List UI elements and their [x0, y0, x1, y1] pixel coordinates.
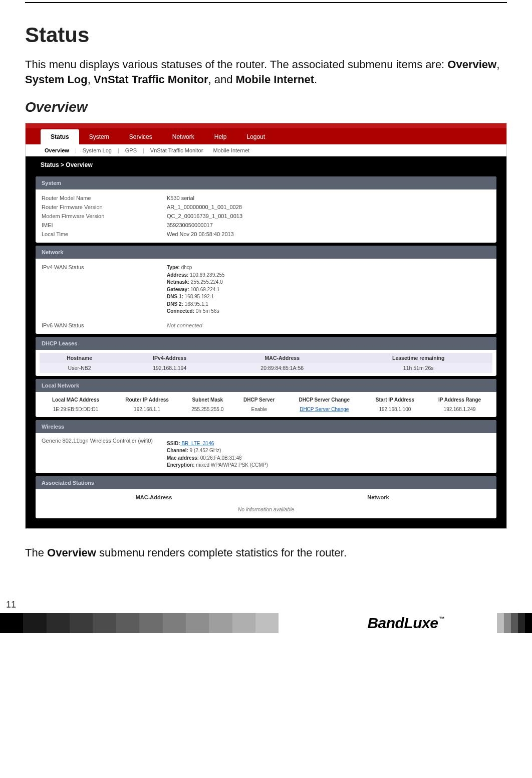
ssid-l: SSID: — [167, 441, 180, 446]
trademark-icon: ™ — [439, 616, 444, 622]
wmac-l: Mac address: — [167, 455, 199, 461]
dns2-v: 168.95.1.1 — [183, 301, 208, 307]
th-start-ip: Start IP Address — [364, 395, 426, 405]
intro-s4: . — [314, 73, 317, 86]
sub-nav: Overview| System Log| GPS| VnStat Traffi… — [26, 144, 506, 156]
local-network-table: Local MAC Address Router IP Address Subn… — [39, 395, 493, 414]
addr-v: 100.69.239.255 — [188, 272, 224, 278]
table-row: User-NB2 192.168.1.194 20:89:84:85:1A:56… — [40, 363, 492, 373]
type-v: dhcp — [180, 265, 192, 270]
intro-b1: Overview — [447, 58, 496, 71]
dns1-l: DNS 1: — [167, 294, 183, 299]
td-router-ip: 192.168.1.1 — [113, 405, 181, 414]
assoc-empty-text: No information available — [42, 503, 490, 518]
wmac-v: 00:26:FA:0B:31:46 — [199, 455, 242, 461]
panel-local-header: Local Network — [36, 379, 496, 392]
imei-label: IMEI — [42, 222, 167, 228]
page-title: Status — [25, 23, 507, 47]
th-router-ip: Router IP Address — [113, 395, 181, 405]
subnav-gps[interactable]: GPS — [121, 147, 141, 153]
panel-associated-stations: Associated Stations MAC-Address Network … — [36, 476, 496, 518]
dhcp-server-change-link[interactable]: DHCP Server Change — [285, 405, 364, 414]
local-time-label: Local Time — [42, 231, 167, 237]
brand-logo: BandLuxe™ — [367, 615, 443, 632]
tab-services[interactable]: Services — [119, 129, 162, 144]
th-local-mac: Local MAC Address — [39, 395, 113, 405]
tab-help[interactable]: Help — [204, 129, 237, 144]
enc-l: Encryption: — [167, 462, 195, 468]
th-mac: MAC-Address — [220, 353, 344, 363]
ipv6-wan-label: IPv6 WAN Status — [42, 322, 167, 328]
after-pre: The — [25, 546, 47, 559]
panel-network: Network IPv4 WAN Status Type: dhcp Addre… — [36, 246, 496, 334]
brand-stripes — [497, 613, 532, 633]
modem-fw-value: QC_2_00016739_1_001_0013 — [167, 213, 242, 219]
fw-version-label: Router Firmware Version — [42, 204, 167, 210]
tab-status[interactable]: Status — [41, 129, 79, 144]
sep: | — [75, 147, 77, 153]
th-assoc-mac: MAC-Address — [42, 494, 266, 500]
intro-b4: Mobile Internet — [236, 73, 314, 86]
model-name-label: Router Model Name — [42, 195, 167, 201]
subnav-system-log[interactable]: System Log — [79, 147, 116, 153]
tab-network[interactable]: Network — [162, 129, 204, 144]
th-ipv4: IPv4-Address — [119, 353, 220, 363]
panel-system: System Router Model NameK530 serial Rout… — [36, 176, 496, 243]
mask-l: Netmask: — [167, 279, 189, 285]
panel-wireless-header: Wireless — [36, 420, 496, 433]
th-lease: Leasetime remaining — [344, 353, 492, 363]
ipv6-wan-value: Not connected — [167, 322, 202, 328]
imei-value: 359230050000017 — [167, 222, 213, 228]
table-header-row: Local MAC Address Router IP Address Subn… — [39, 395, 493, 405]
ssid-link[interactable]: BR_LTE_3146 — [180, 441, 214, 446]
brand-area: BandLuxe™ — [279, 613, 532, 633]
after-b: Overview — [47, 546, 96, 559]
td-local-mac: 1E:29:EB:5D:DD:D1 — [39, 405, 113, 414]
brand-text: BandLuxe — [367, 615, 438, 631]
intro-s1: , — [496, 58, 499, 71]
tab-logout[interactable]: Logout — [236, 129, 275, 144]
wireless-controller-label: Generic 802.11bgn Wireless Controller (w… — [42, 437, 167, 469]
page-number: 11 — [0, 600, 532, 613]
td-subnet: 255.255.255.0 — [181, 405, 233, 414]
intro-text: This menu displays various statuses of t… — [25, 57, 507, 87]
after-post: submenu renders complete statistics for … — [96, 546, 347, 559]
td-lease: 11h 51m 26s — [344, 363, 492, 373]
td-ip-range: 192.168.1.249 — [426, 405, 493, 414]
breadcrumb: Status > Overview — [26, 156, 506, 173]
dns2-l: DNS 2: — [167, 301, 183, 307]
channel-l: Channel: — [167, 448, 188, 453]
intro-s3: , and — [208, 73, 236, 86]
panel-wireless: Wireless Generic 802.11bgn Wireless Cont… — [36, 420, 496, 473]
ipv4-wan-details: Type: dhcp Address: 100.69.239.255 Netma… — [167, 264, 225, 315]
header-red-bar — [26, 123, 506, 128]
router-screenshot: Status System Services Network Help Logo… — [25, 123, 507, 529]
type-l: Type: — [167, 265, 180, 270]
intro-b2: System Log — [25, 73, 88, 86]
table-row: 1E:29:EB:5D:DD:D1 192.168.1.1 255.255.25… — [39, 405, 493, 414]
conn-l: Connected: — [167, 308, 194, 314]
td-start-ip: 192.168.1.100 — [364, 405, 426, 414]
local-time-value: Wed Nov 20 06:58:40 2013 — [167, 231, 234, 237]
subnav-overview[interactable]: Overview — [41, 147, 73, 153]
intro-s2: , — [88, 73, 94, 86]
td-mac: 20:89:84:85:1A:56 — [220, 363, 344, 373]
mask-v: 255.255.224.0 — [189, 279, 223, 285]
gw-v: 100.69.224.1 — [189, 287, 219, 292]
td-dhcp-server: Enable — [233, 405, 285, 414]
th-ip-range: IP Address Range — [426, 395, 493, 405]
th-dhcp-server: DHCP Server — [233, 395, 285, 405]
ipv4-wan-label: IPv4 WAN Status — [42, 264, 167, 315]
subnav-vnstat[interactable]: VnStat Traffic Monitor — [146, 147, 207, 153]
intro-b3: VnStat Traffic Monitor — [94, 73, 208, 86]
assoc-header-row: MAC-Address Network — [42, 491, 490, 503]
conn-v: 0h 5m 56s — [194, 308, 219, 314]
tab-system[interactable]: System — [79, 129, 119, 144]
panel-system-header: System — [36, 176, 496, 189]
dns1-v: 168.95.192.1 — [183, 294, 214, 299]
th-assoc-network: Network — [266, 494, 490, 500]
panel-network-header: Network — [36, 246, 496, 259]
subnav-mobile[interactable]: Mobile Internet — [209, 147, 253, 153]
enc-v: mixed WPA/WPA2 PSK (CCMP) — [195, 462, 268, 468]
sep: | — [143, 147, 144, 153]
